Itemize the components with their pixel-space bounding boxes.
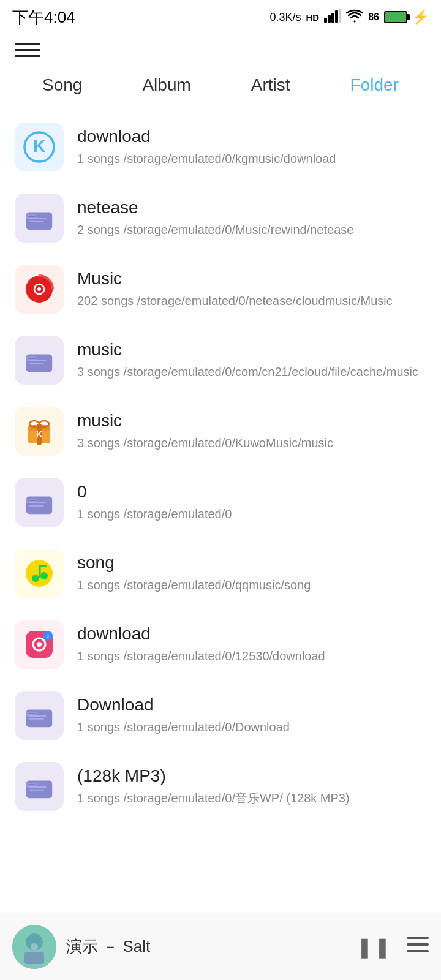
folder-icon-128k	[15, 762, 64, 811]
hamburger-line-1	[15, 43, 40, 45]
playlist-button[interactable]	[407, 935, 429, 959]
folder-path: 3 songs /storage/emulated/0/com/cn21/ecl…	[77, 363, 426, 380]
folder-icon-download	[15, 691, 64, 740]
folder-name: music	[77, 340, 426, 360]
folder-info: download 1 songs /storage/emulated/0/kgm…	[77, 127, 426, 167]
tab-artist[interactable]: Artist	[240, 72, 301, 99]
folder-name: netease	[77, 198, 426, 217]
folder-name: Music	[77, 269, 426, 288]
svg-rect-11	[29, 221, 44, 222]
svg-rect-18	[29, 360, 47, 361]
list-item[interactable]: ♪ download 1 songs /storage/emulated/0/1…	[0, 609, 441, 680]
folder-path: 3 songs /storage/emulated/0/KuwoMusic/mu…	[77, 434, 426, 451]
svg-rect-3	[335, 10, 338, 23]
folder-path: 1 songs /storage/emulated/0	[77, 505, 426, 522]
hd-icon: HD	[306, 12, 320, 23]
folder-icon-0	[15, 478, 64, 527]
status-time: 下午4:04	[12, 7, 75, 28]
svg-rect-1	[328, 15, 331, 23]
list-item[interactable]: (128k MP3) 1 songs /storage/emulated/0/音…	[0, 751, 441, 822]
svg-point-14	[37, 287, 41, 291]
folder-icon-netease	[15, 265, 64, 314]
svg-rect-55	[407, 937, 429, 939]
folder-info: music 3 songs /storage/emulated/0/KuwoMu…	[77, 411, 426, 451]
now-playing-controls: ❚❚	[356, 935, 429, 959]
battery-icon	[384, 11, 407, 23]
folder-info: download 1 songs /storage/emulated/0/125…	[77, 624, 426, 665]
svg-rect-4	[339, 9, 341, 23]
tab-song[interactable]: Song	[31, 72, 93, 99]
svg-point-54	[31, 943, 38, 951]
svg-rect-19	[29, 363, 44, 364]
svg-rect-28	[28, 500, 36, 501]
tab-folder[interactable]: Folder	[339, 72, 410, 99]
list-item[interactable]: song 1 songs /storage/emulated/0/qqmusic…	[0, 538, 441, 609]
svg-rect-30	[29, 505, 44, 507]
speed-indicator: 0.3K/s	[270, 11, 301, 24]
svg-point-32	[32, 575, 39, 582]
svg-rect-10	[29, 218, 47, 219]
hamburger-menu[interactable]	[15, 43, 40, 57]
folder-info: 0 1 songs /storage/emulated/0	[77, 482, 426, 522]
folder-path: 202 songs /storage/emulated/0/netease/cl…	[77, 292, 426, 309]
folder-info: music 3 songs /storage/emulated/0/com/cn…	[77, 340, 426, 380]
svg-rect-44	[29, 715, 47, 717]
list-item[interactable]: 0 1 songs /storage/emulated/0	[0, 467, 441, 538]
hamburger-line-3	[15, 55, 40, 57]
folder-name: download	[77, 127, 426, 146]
svg-rect-35	[39, 565, 47, 567]
pause-button[interactable]: ❚❚	[356, 935, 392, 959]
folder-icon-ecloud	[15, 336, 64, 385]
svg-rect-48	[28, 784, 36, 785]
svg-rect-49	[29, 786, 47, 788]
folder-path: 1 songs /storage/emulated/0/12530/downlo…	[77, 647, 426, 665]
svg-rect-57	[407, 950, 429, 952]
folder-name: Download	[77, 695, 426, 715]
folder-name: song	[77, 553, 426, 573]
signal-icon	[324, 9, 341, 26]
tabs: Song Album Artist Folder	[0, 63, 441, 105]
list-item[interactable]: netease 2 songs /storage/emulated/0/Musi…	[0, 183, 441, 254]
album-art-image	[12, 925, 56, 969]
folder-list: K download 1 songs /storage/emulated/0/k…	[0, 105, 441, 895]
folder-info: Music 202 songs /storage/emulated/0/nete…	[77, 269, 426, 309]
folder-icon-purple	[15, 194, 64, 243]
wifi-icon	[346, 9, 363, 26]
header	[0, 32, 441, 63]
folder-path: 1 songs /storage/emulated/0/Download	[77, 718, 426, 736]
svg-rect-2	[331, 13, 334, 23]
list-item[interactable]: K music 3 songs /storage/emulated/0/Kuwo…	[0, 396, 441, 467]
now-playing-title: 演示 － Salt	[66, 936, 347, 957]
status-bar: 下午4:04 0.3K/s HD 86 ⚡	[0, 0, 441, 32]
status-icons: 0.3K/s HD 86 ⚡	[270, 9, 429, 26]
svg-rect-43	[28, 713, 36, 714]
svg-point-38	[37, 642, 42, 647]
svg-rect-45	[29, 718, 44, 720]
now-playing-bar: 演示 － Salt ❚❚	[0, 913, 441, 980]
folder-icon-kuwo: K	[15, 407, 64, 456]
svg-text:K: K	[33, 137, 45, 156]
list-item[interactable]: Music 202 songs /storage/emulated/0/nete…	[0, 254, 441, 325]
album-art-thumb	[12, 925, 56, 969]
folder-info: Download 1 songs /storage/emulated/0/Dow…	[77, 695, 426, 736]
folder-path: 1 songs /storage/emulated/0/音乐WP/ (128k …	[77, 790, 426, 807]
folder-path: 2 songs /storage/emulated/0/Music/rewind…	[77, 221, 426, 238]
folder-name: download	[77, 624, 426, 644]
svg-rect-17	[28, 358, 36, 359]
folder-path: 1 songs /storage/emulated/0/kgmusic/down…	[77, 150, 426, 167]
folder-info: (128k MP3) 1 songs /storage/emulated/0/音…	[77, 766, 426, 807]
folder-path: 1 songs /storage/emulated/0/qqmusic/song	[77, 576, 426, 594]
folder-icon-qqmusic	[15, 549, 64, 598]
svg-rect-56	[407, 943, 429, 946]
tab-album[interactable]: Album	[131, 72, 202, 99]
svg-text:♪: ♪	[46, 632, 50, 639]
svg-point-33	[40, 572, 48, 579]
folder-name: (128k MP3)	[77, 766, 426, 786]
svg-rect-9	[28, 216, 36, 217]
folder-icon-huawei: ♪	[15, 620, 64, 669]
list-item[interactable]: music 3 songs /storage/emulated/0/com/cn…	[0, 325, 441, 396]
list-item[interactable]: Download 1 songs /storage/emulated/0/Dow…	[0, 680, 441, 751]
folder-info: song 1 songs /storage/emulated/0/qqmusic…	[77, 553, 426, 594]
list-item[interactable]: K download 1 songs /storage/emulated/0/k…	[0, 111, 441, 183]
svg-rect-29	[29, 502, 47, 503]
